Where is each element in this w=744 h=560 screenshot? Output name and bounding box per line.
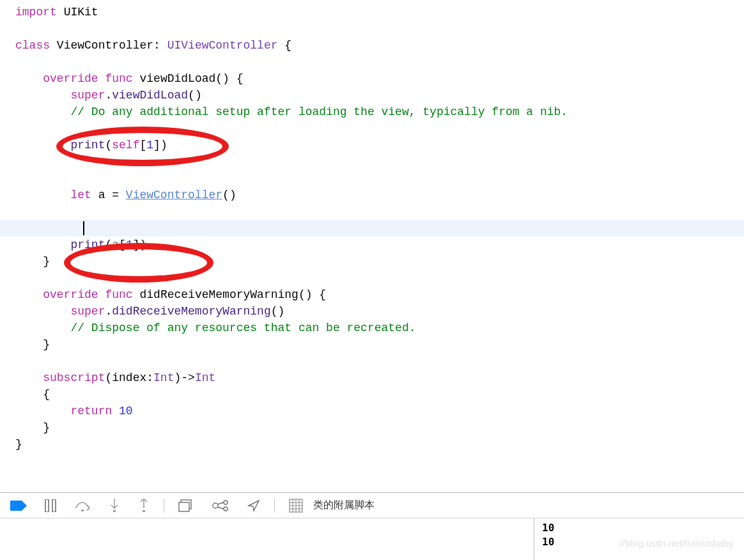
separator [164, 499, 164, 513]
code-line: } [0, 436, 744, 453]
location-icon[interactable] [247, 499, 260, 512]
step-over-icon[interactable] [74, 499, 91, 512]
code-line: // Do any additional setup after loading… [0, 104, 744, 120]
process-icon[interactable] [289, 499, 303, 513]
step-out-icon[interactable] [138, 499, 150, 513]
breakpoint-toggle-icon[interactable] [10, 501, 27, 511]
code-line: } [0, 253, 744, 270]
code-line: class ViewController: UIViewController { [0, 37, 744, 54]
console-output-line: 10 [542, 535, 736, 549]
code-line: import UIKit [0, 4, 744, 20]
code-line: override func didReceiveMemoryWarning() … [0, 286, 744, 303]
svg-point-11 [224, 507, 228, 511]
code-line: } [0, 336, 744, 353]
svg-point-10 [224, 501, 228, 504]
code-line: } [0, 419, 744, 436]
step-into-icon[interactable] [109, 499, 120, 513]
debug-view-icon[interactable] [178, 499, 194, 512]
debug-toolbar: 类的附属脚本 [0, 493, 744, 518]
svg-line-13 [217, 507, 224, 509]
code-line [0, 203, 744, 220]
svg-point-9 [213, 503, 218, 508]
code-line [0, 54, 744, 70]
code-line: super.didReceiveMemoryWarning() [0, 303, 744, 320]
code-line [0, 170, 744, 187]
variables-pane[interactable] [0, 518, 534, 560]
memory-graph-icon[interactable] [212, 499, 229, 512]
code-line: { [0, 386, 744, 403]
code-line [0, 353, 744, 369]
code-line [0, 20, 744, 37]
code-line: print(a[1]) [0, 237, 744, 253]
code-line [0, 153, 744, 170]
code-line: override func viewDidLoad() { [0, 70, 744, 87]
output-pane[interactable]: 10 10 [534, 518, 744, 560]
svg-rect-6 [143, 510, 145, 512]
code-line-active [0, 220, 744, 237]
code-line: subscript(index:Int)->Int [0, 369, 744, 386]
svg-line-12 [217, 502, 224, 504]
svg-rect-2 [81, 509, 84, 511]
svg-rect-4 [113, 510, 116, 512]
svg-rect-1 [52, 499, 56, 512]
code-line: // Dispose of any resources that can be … [0, 320, 744, 336]
code-line [0, 120, 744, 137]
pause-icon[interactable] [45, 499, 56, 512]
console-output-line: 10 [542, 521, 736, 535]
code-line: let a = ViewController() [0, 187, 744, 203]
code-line: return 10 [0, 403, 744, 419]
code-line: super.viewDidLoad() [0, 87, 744, 104]
separator [274, 499, 275, 513]
console-area: 10 10 [0, 518, 744, 560]
code-editor[interactable]: import UIKit class ViewController: UIVie… [0, 0, 744, 492]
svg-rect-8 [179, 502, 189, 511]
code-line [0, 270, 744, 286]
process-label[interactable]: 类的附属脚本 [313, 499, 375, 512]
code-line: print(self[1]) [0, 137, 744, 153]
svg-rect-0 [45, 499, 49, 512]
